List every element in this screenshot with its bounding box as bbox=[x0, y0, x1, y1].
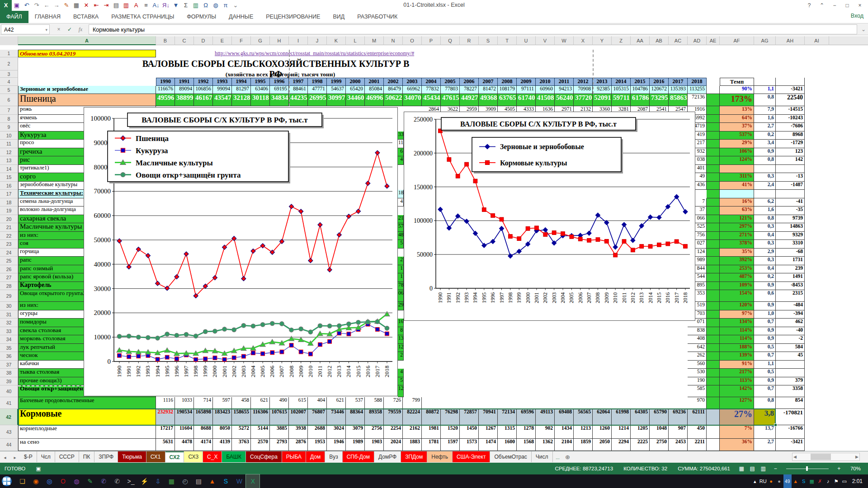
year-header-1997[interactable]: 1997 bbox=[289, 78, 308, 86]
ratio-r29[interactable]: 0,6 bbox=[754, 290, 776, 302]
cell-r5-y1996[interactable]: 69195 bbox=[270, 86, 289, 94]
cancel-icon[interactable]: × bbox=[53, 24, 64, 34]
row-header-37[interactable]: 37 bbox=[0, 361, 18, 369]
ratio-r11[interactable]: 3,4 bbox=[754, 140, 776, 148]
cell-r6-y1998[interactable]: 26995 bbox=[308, 94, 327, 106]
sliver-left-r11[interactable]: 11 bbox=[398, 140, 404, 148]
pct-r43[interactable]: 7% bbox=[720, 425, 754, 439]
clock-app-icon[interactable]: ◴ bbox=[178, 474, 192, 488]
sheet-tab-Дом[interactable]: Дом bbox=[306, 451, 325, 462]
downloader-icon[interactable]: ⇩ bbox=[151, 474, 165, 488]
font-color-button[interactable]: A bbox=[131, 0, 141, 11]
cell-r5-y1993[interactable]: 99094 bbox=[213, 86, 232, 94]
cell-r5-y2007[interactable]: 81472 bbox=[479, 86, 498, 94]
pct-r42[interactable]: 27% bbox=[720, 409, 754, 425]
cell-r43-y1996[interactable]: 3885 bbox=[270, 425, 289, 439]
cell-r44-y2018[interactable]: 2211 bbox=[688, 439, 707, 451]
sheet-tab-$-P[interactable]: $-P bbox=[20, 451, 37, 462]
page-break-view-button[interactable]: ▥ bbox=[758, 463, 769, 474]
row-header-29[interactable]: 29 bbox=[0, 290, 18, 302]
cell-r6-y1997[interactable]: 44235 bbox=[289, 94, 308, 106]
column-header-I[interactable]: I bbox=[289, 36, 308, 45]
cell-r5-y2000[interactable]: 65420 bbox=[346, 86, 365, 94]
cell-r44-y1991[interactable]: 4478 bbox=[175, 439, 194, 451]
cell-r42-y1990[interactable]: 232932 bbox=[156, 409, 175, 425]
cell-r41-y2002[interactable]: 726 bbox=[384, 397, 403, 409]
pct-r38[interactable]: 217% bbox=[720, 369, 754, 377]
cell-r44-y1990[interactable]: 5631 bbox=[156, 439, 175, 451]
cell-r43-y2005[interactable]: 1520 bbox=[441, 425, 460, 439]
ratio-r33[interactable]: 0,9 bbox=[754, 327, 776, 336]
row-header-35[interactable]: 35 bbox=[0, 344, 18, 352]
start-button[interactable] bbox=[0, 474, 14, 488]
cell-r43-y2017[interactable]: 907 bbox=[669, 425, 688, 439]
pct-r8[interactable]: 64% bbox=[720, 115, 754, 123]
diff-r22[interactable]: 9329 bbox=[776, 232, 805, 240]
column-header-R[interactable]: R bbox=[460, 36, 479, 45]
column-header-G[interactable]: G bbox=[251, 36, 270, 45]
diff-r37[interactable] bbox=[776, 361, 805, 369]
ribbon-tab-рецензирование[interactable]: РЕЦЕНЗИРОВАНИЕ bbox=[259, 11, 326, 23]
word-icon[interactable]: W bbox=[232, 474, 246, 488]
cell-r6-y2002[interactable]: 50622 bbox=[384, 94, 403, 106]
diff-r33[interactable]: -40 bbox=[776, 327, 805, 336]
cell-r43-y1998[interactable]: 2688 bbox=[308, 425, 327, 439]
cell-r42-y2010[interactable]: 49113 bbox=[536, 409, 555, 425]
skype-icon[interactable]: S bbox=[219, 474, 232, 488]
cell-r6-y1993[interactable]: 43547 bbox=[213, 94, 232, 106]
year-header-2002[interactable]: 2002 bbox=[384, 78, 403, 86]
cell-r43-y2011[interactable]: 1434 bbox=[555, 425, 574, 439]
row-header-21[interactable]: 21 bbox=[0, 223, 18, 232]
sliver-left-r32[interactable]: 16 bbox=[398, 319, 404, 327]
pct-r40[interactable]: 142% bbox=[720, 385, 754, 397]
cell-ae-r42[interactable] bbox=[707, 409, 720, 425]
cell-ae-r28[interactable] bbox=[707, 282, 720, 291]
sheet-tab-Чсл[interactable]: Чсл bbox=[37, 451, 55, 462]
cell-r5-y2014[interactable]: 105315 bbox=[612, 86, 631, 94]
year-header-2012[interactable]: 2012 bbox=[574, 78, 593, 86]
cell-ae-r21[interactable] bbox=[707, 223, 720, 232]
cell-r44-y2013[interactable]: 2050 bbox=[593, 439, 612, 451]
diff-r31[interactable]: -394 bbox=[776, 310, 805, 319]
year-header-1995[interactable]: 1995 bbox=[251, 78, 270, 86]
pct-r24[interactable]: 35% bbox=[720, 249, 754, 257]
new-sheet-button[interactable]: ⊕ bbox=[563, 451, 573, 463]
pct-r34[interactable]: 114% bbox=[720, 335, 754, 344]
tray-expand-icon[interactable]: ▴ bbox=[751, 474, 759, 488]
row-header-43[interactable]: 43 bbox=[0, 425, 18, 439]
cell-r41-2018[interactable]: 970 bbox=[688, 397, 707, 409]
row-header-31[interactable]: 31 bbox=[0, 310, 18, 319]
column-header-J[interactable]: J bbox=[308, 36, 327, 45]
pct-r33[interactable]: 114% bbox=[720, 327, 754, 336]
sliver-left-r22[interactable]: 48 bbox=[398, 232, 404, 240]
sliver-left-r40[interactable]: 12 bbox=[398, 385, 404, 397]
cell-ag4[interactable] bbox=[754, 78, 776, 86]
cell-r42-y1998[interactable]: 76807 bbox=[308, 409, 327, 425]
row-header-26[interactable]: 26 bbox=[0, 265, 18, 274]
row-header-30[interactable]: 30 bbox=[0, 302, 18, 310]
row-header-33[interactable]: 33 bbox=[0, 327, 18, 336]
row-label-5[interactable]: Зерновые и зернобобовые bbox=[18, 86, 156, 94]
column-header-M[interactable]: M bbox=[365, 36, 384, 45]
ribbon-tab-вид[interactable]: ВИД bbox=[326, 11, 351, 23]
format-painter-button[interactable]: ✎ bbox=[61, 0, 71, 11]
diff-r27[interactable]: 1491 bbox=[776, 273, 805, 282]
year-header-1999[interactable]: 1999 bbox=[327, 78, 346, 86]
cell-ae-r29[interactable] bbox=[707, 290, 720, 302]
column-header-Y[interactable]: Y bbox=[593, 36, 612, 45]
cell-r34-2018[interactable]: 408 bbox=[688, 335, 707, 344]
cell-r6-2018[interactable]: 72136 bbox=[688, 94, 707, 106]
cell-r6-y2017[interactable]: 85863 bbox=[669, 94, 688, 106]
year-header-2005[interactable]: 2005 bbox=[441, 78, 460, 86]
cell-r6-y2009[interactable]: 61740 bbox=[517, 94, 536, 106]
pct-r29[interactable]: 154% bbox=[720, 290, 754, 302]
cell-r44-y1997[interactable]: 2876 bbox=[289, 439, 308, 451]
ratio-r8[interactable]: 1,6 bbox=[754, 115, 776, 123]
row-label-44[interactable]: на сено bbox=[18, 439, 156, 451]
hyperlink-url[interactable]: http://www.gks.ru/wps/wcm/connect/rossta… bbox=[215, 50, 414, 57]
diff-r39[interactable]: 379 bbox=[776, 377, 805, 386]
delete-cells-button[interactable]: ✕ bbox=[81, 0, 91, 11]
cell-r5-y2006[interactable]: 78227 bbox=[460, 86, 479, 94]
diff-r23[interactable]: 3310 bbox=[776, 240, 805, 249]
ratio-r24[interactable]: 2,9 bbox=[754, 249, 776, 257]
